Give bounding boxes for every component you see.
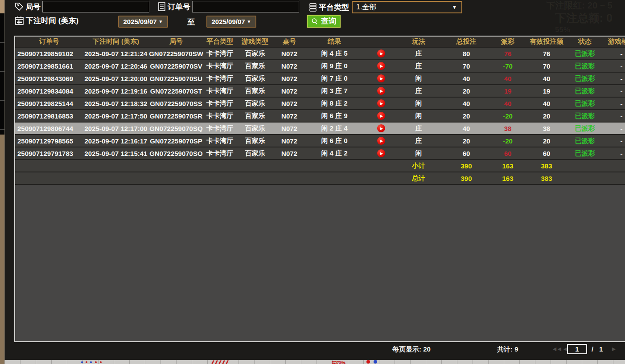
table-row[interactable]: 2509071298516612025-09-07 12:20:46GN0722… [15,60,625,73]
cell-total_bet: 40 [443,100,489,107]
cell-round_no: GN072259070ST [149,87,203,95]
cell-bet_time: 2025-09-07 12:19:16 [83,87,149,95]
replay-play-icon[interactable]: ▶ [377,137,385,145]
cell-valid_bet: 40 [526,75,567,82]
table-row[interactable]: 2509071297985652025-09-07 12:16:17GN0722… [15,135,625,147]
platform-type-label: 平台类型 [319,2,349,12]
chevron-down-icon: ▼ [247,19,251,24]
cell-valid_bet: 40 [526,100,567,107]
cell-status: 已派彩 [567,149,603,158]
cell-platform: 卡卡湾厅 [203,124,236,133]
cell-bet_time: 2025-09-07 12:18:32 [83,100,149,107]
first-page-icon[interactable]: ◄◄ [551,345,561,352]
replay-play-icon[interactable]: ▶ [377,49,385,57]
result-score: 闲 3 庄 7 [305,87,364,95]
replay-play-icon[interactable]: ▶ [377,149,385,157]
cell-payout: 38 [489,125,526,132]
cell-platform: 卡卡湾厅 [203,49,236,58]
table-row[interactable]: 2509071298251442025-09-07 12:18:32GN0722… [15,98,625,110]
cell-round_no: GN072259070SW [149,50,203,57]
result-score: 闲 6 庄 0 [305,137,364,145]
cell-method: 闲 [394,149,443,158]
cell-platform: 卡卡湾厅 [203,74,236,83]
cell-total_bet: 60 [443,150,489,157]
column-header-method: 玩法 [394,37,443,46]
cell-game_type: 百家乐 [236,112,274,120]
cell-game_mode: - [603,125,625,132]
date-to-picker[interactable]: 2025/09/07 ▼ [206,16,256,28]
replay-play-icon[interactable]: ▶ [377,87,385,95]
sum-label: 总计 [394,174,443,183]
cell-order_no: 250907129843069 [15,75,83,82]
round-no-input[interactable] [42,1,149,12]
cell-order_no: 250907129825144 [15,100,83,107]
result-score: 闲 4 庄 2 [305,149,364,158]
replay-play-icon[interactable]: ▶ [377,112,385,120]
table-row[interactable]: 2509071298067442025-09-07 12:17:00GN0722… [15,123,625,135]
cell-platform: 卡卡湾厅 [203,137,236,145]
cell-game_mode: - [603,150,625,157]
cell-game_mode: - [603,87,625,95]
cell-round_no: GN072259070SV [149,62,203,70]
cell-game_mode: - [603,112,625,120]
cell-platform: 卡卡湾厅 [203,62,236,70]
replay-play-icon[interactable]: ▶ [377,62,385,70]
bet-records-dialog: 下注限红: 20 ~ 5 下注总额: 0 55% 压回路 局号 [0,0,625,364]
table-row[interactable]: 2509071298430692025-09-07 12:20:00GN0722… [15,73,625,85]
cell-valid_bet: 20 [526,112,567,120]
bet-time-label: 下注时间 (美东) [26,16,78,26]
column-header-game_mode: 游戏模式 [603,37,625,46]
sum-label: 小计 [394,162,443,170]
query-button[interactable]: 查询 [307,15,341,28]
platform-type-select[interactable]: 1.全部 ▼ [352,1,462,13]
result-score: 闲 4 庄 5 [305,49,364,58]
table-row[interactable]: 2509071298340842025-09-07 12:19:16GN0722… [15,85,625,98]
sum-total-bet: 390 [443,162,489,170]
cell-game_type: 百家乐 [236,74,274,83]
cell-round_no: GN072259070SU [149,75,203,82]
table-row[interactable]: 2509071298591022025-09-07 12:21:24GN0722… [15,48,625,60]
replay-play-icon[interactable]: ▶ [377,124,385,132]
cell-status: 已派彩 [567,49,603,58]
date-from-picker[interactable]: 2025/09/07 ▼ [118,16,168,28]
result-score: 闲 9 庄 0 [305,62,364,70]
cell-table_no: N072 [274,62,305,70]
page-number-input[interactable] [567,344,587,354]
cell-result: 闲 2 庄 4▶ [305,124,394,133]
subtotal-row: 小计390163383 [15,160,625,172]
replay-play-icon[interactable]: ▶ [377,99,385,107]
order-no-input[interactable] [192,1,299,12]
chevron-down-icon: ▼ [452,4,457,10]
cell-game_mode: - [603,62,625,70]
cell-bet_time: 2025-09-07 12:16:17 [83,137,149,145]
cell-table_no: N072 [274,112,305,120]
column-header-order_no: 订单号 [15,37,83,46]
cell-order_no: 250907129791783 [15,150,83,157]
next-page-icon[interactable]: ► [611,345,617,352]
cell-payout: 76 [489,50,526,57]
cell-game_type: 百家乐 [236,149,274,158]
cell-table_no: N072 [274,150,305,157]
column-header-round_no: 局号 [149,37,203,46]
cell-valid_bet: 76 [526,50,567,57]
cell-total_bet: 20 [443,137,489,145]
column-header-payout: 派彩 [489,37,526,46]
table-header-row: 订单号下注时间 (美东)局号平台类型游戏类型桌号结果玩法总投注派彩有效投注额状态… [15,37,625,48]
dialog-left-border [4,0,5,360]
cell-payout: 40 [489,75,526,82]
background-faint-text: 下注限红: 20 ~ 5 下注总额: 0 55% [547,0,613,35]
table-row[interactable]: 2509071298168532025-09-07 12:17:50GN0722… [15,110,625,123]
cell-round_no: GN072259070SO [149,150,203,157]
background-blue-chip [374,360,377,364]
cell-method: 庄 [394,62,443,70]
cell-valid_bet: 19 [526,87,567,95]
background-left-strip [0,0,4,364]
table-row[interactable]: 2509071297917832025-09-07 12:15:41GN0722… [15,147,625,160]
result-score: 闲 2 庄 4 [305,124,364,133]
cell-bet_time: 2025-09-07 12:17:50 [83,112,149,120]
replay-play-icon[interactable]: ▶ [377,74,385,82]
grand-total-row: 总计390163383 [15,172,625,185]
cell-table_no: N072 [274,75,305,82]
cell-game_mode: - [603,75,625,82]
order-list-icon [157,2,166,12]
